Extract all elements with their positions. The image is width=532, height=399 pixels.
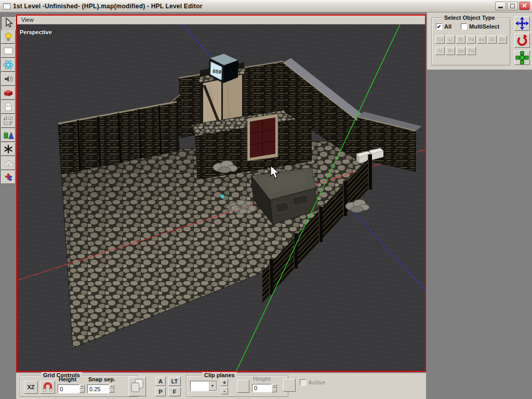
grid-height-label: Height <box>59 376 76 382</box>
clip-planes-title: Clip planes <box>202 372 237 378</box>
clip-plane-remove-button[interactable]: - <box>221 387 228 394</box>
all-checkbox-label: All <box>444 23 451 30</box>
area-tool-button[interactable] <box>1 114 16 128</box>
clip-planes-group: Clip planes ▼ + - Height + - <box>186 375 288 397</box>
particle-atom-icon <box>2 59 15 71</box>
left-toolbar <box>1 16 16 184</box>
entity-marker <box>220 194 224 198</box>
grid-controls-group: Grid Controls XZ Height + - Snap sep. + … <box>20 375 138 397</box>
static-object-tool-button[interactable] <box>1 86 16 100</box>
maximize-icon <box>510 4 515 8</box>
clip-plane-add-button[interactable]: + <box>221 379 228 386</box>
titlebar: 1st Level -Unfinished- (HPL).map(modifie… <box>0 0 532 12</box>
lt-button[interactable]: LT <box>168 377 181 386</box>
grid-plane-button[interactable]: XZ <box>24 381 38 394</box>
type-button-light[interactable]: Li <box>446 35 455 44</box>
view-menu[interactable]: View <box>17 16 425 24</box>
translate-tool-button[interactable] <box>514 16 530 31</box>
clip-active-label: Active <box>308 379 325 385</box>
type-button-static[interactable]: St <box>487 35 497 44</box>
clip-height-input[interactable] <box>252 384 272 392</box>
p-button[interactable]: P <box>155 387 166 396</box>
dropdown-arrow-icon[interactable]: ▼ <box>208 381 217 391</box>
scene-3d: 659 <box>17 24 425 371</box>
grid-height-input[interactable] <box>58 384 79 393</box>
type-button-entity[interactable]: En <box>498 35 507 44</box>
a-button[interactable]: A <box>155 377 166 386</box>
speaker-icon <box>2 73 15 85</box>
fog-area-tool-button[interactable] <box>1 156 16 170</box>
snap-sep-input[interactable] <box>87 384 109 393</box>
minimize-icon <box>498 7 503 8</box>
viewport-canvas[interactable]: Perspective <box>17 24 425 371</box>
type-button-primitive[interactable]: Pr <box>446 47 455 55</box>
minimize-button[interactable] <box>495 2 506 10</box>
viewport-mode-label: Perspective <box>20 29 52 35</box>
type-button-sound[interactable]: So <box>477 35 486 44</box>
entity-tool-button[interactable] <box>1 100 16 114</box>
cursor-arrow-icon <box>2 17 15 29</box>
transform-toolbar <box>514 16 530 68</box>
hpl-level-editor-window: { "window": { "title": "1st Level -Unfin… <box>0 0 532 399</box>
cloud-icon <box>2 157 15 169</box>
clip-plane-blank-button-1[interactable] <box>237 380 249 393</box>
close-icon: ✕ <box>520 2 529 10</box>
select-object-type-group: Select Object Type ✔ All MultiSelect Co … <box>431 18 510 65</box>
scale-cross-icon <box>515 50 529 65</box>
clip-active-checkbox[interactable] <box>300 379 306 385</box>
spin-down-icon[interactable]: - <box>79 389 85 393</box>
dashed-cube-icon <box>2 115 15 127</box>
duplicate-button[interactable] <box>128 377 146 396</box>
multiselect-checkbox[interactable] <box>461 23 467 30</box>
decal-tool-button[interactable] <box>1 142 16 156</box>
scale-tool-button[interactable] <box>514 50 530 65</box>
spin-down-icon[interactable]: - <box>109 389 114 393</box>
billboard-icon <box>2 45 15 57</box>
f-button[interactable]: F <box>168 387 181 396</box>
grid-height-spinner[interactable]: + - <box>79 384 85 393</box>
type-button-billboard[interactable]: Bi <box>456 35 466 44</box>
red-brick-icon <box>2 87 15 99</box>
all-checkbox-row: ✔ All <box>436 23 451 30</box>
light-tool-button[interactable] <box>1 30 16 44</box>
clip-height-spinner[interactable]: + - <box>272 384 277 392</box>
sound-tool-button[interactable] <box>1 72 16 86</box>
clip-active-row: Active <box>300 379 325 385</box>
type-button-decal[interactable]: De <box>456 47 466 55</box>
select-tool-button[interactable] <box>1 16 16 30</box>
type-button-area[interactable]: Ar <box>435 47 445 55</box>
type-button-fog[interactable]: Fo <box>467 47 476 55</box>
select-object-type-title: Select Object Type <box>442 15 497 21</box>
magnet-icon <box>42 381 54 392</box>
primitive-tool-button[interactable] <box>1 128 16 142</box>
close-button[interactable]: ✕ <box>519 2 530 10</box>
rotate-circle-icon <box>515 33 529 48</box>
window-title: 1st Level -Unfinished- (HPL).map(modifie… <box>13 3 203 10</box>
rotate-tool-button[interactable] <box>514 33 530 48</box>
type-button-particle[interactable]: Pa <box>467 35 476 44</box>
ghost-icon <box>2 101 15 113</box>
type-button-compound[interactable]: Co <box>435 35 445 44</box>
snap-sep-spinner[interactable]: + - <box>109 384 114 393</box>
compound-shapes-icon <box>2 171 15 183</box>
clip-plane-blank-button-2[interactable] <box>283 379 296 392</box>
light-bulb-icon <box>2 31 15 43</box>
viewport: View Perspective <box>16 15 426 372</box>
snap-sep-label: Snap sep. <box>88 376 115 382</box>
compound-object-tool-button[interactable] <box>1 170 16 184</box>
type-buttons-row2: Ar Pr De Fo <box>435 47 476 55</box>
maximize-button[interactable] <box>507 2 518 10</box>
all-checkbox[interactable]: ✔ <box>436 23 442 30</box>
billboard-tool-button[interactable] <box>1 44 16 58</box>
spin-down-icon[interactable]: - <box>272 388 277 392</box>
app-window-icon <box>3 3 10 9</box>
primitives-icon <box>2 129 15 141</box>
asterisk-icon <box>2 143 15 155</box>
clip-plane-dropdown[interactable]: ▼ <box>190 381 217 391</box>
duplicate-squares-icon <box>129 377 145 395</box>
particle-system-tool-button[interactable] <box>1 58 16 72</box>
snap-toggle-button[interactable] <box>40 381 55 394</box>
bottom-panel: Grid Controls XZ Height + - Snap sep. + … <box>16 373 426 399</box>
multiselect-checkbox-label: MultiSelect <box>469 23 499 30</box>
multiselect-checkbox-row: MultiSelect <box>461 23 499 30</box>
